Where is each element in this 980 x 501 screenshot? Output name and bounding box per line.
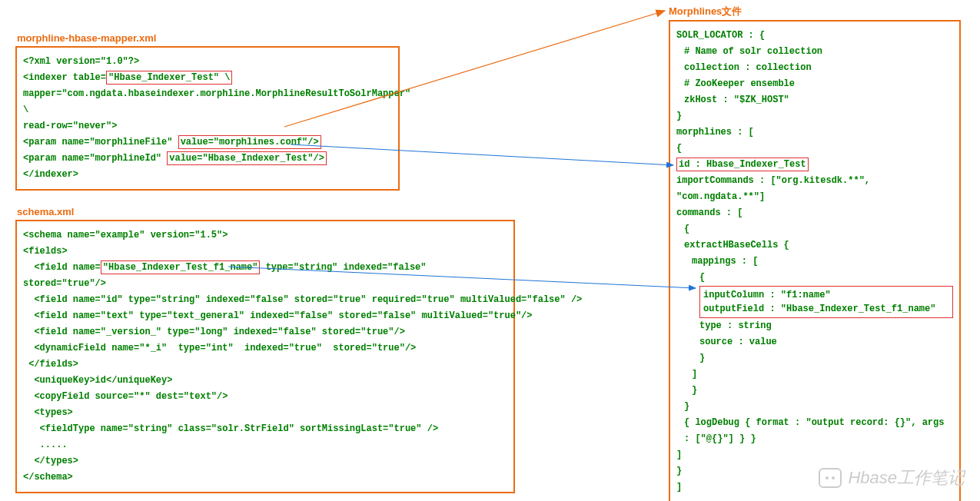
code-line: <field name="text" type="text_general" i… bbox=[23, 308, 507, 324]
code-line: mappings : [ bbox=[676, 254, 953, 270]
code-line: ] bbox=[676, 447, 953, 463]
mapper-file-hl: value="morphlines.conf"/> bbox=[178, 135, 321, 149]
code-line: <field name="_version_" type="long" inde… bbox=[23, 324, 507, 340]
mapper-table-hl: "Hbase_Indexer_Test" \ bbox=[106, 71, 232, 85]
code-line: morphlines : [ bbox=[676, 124, 953, 141]
code-text: <indexer table= bbox=[23, 72, 106, 83]
schema-box: <schema name="example" version="1.5"> <f… bbox=[15, 220, 515, 493]
schema-title: schema.xml bbox=[17, 206, 74, 217]
code-line: zkHost : "$ZK_HOST" bbox=[676, 92, 953, 108]
code-line: type : string bbox=[676, 318, 953, 334]
code-line: id : Hbase_Indexer_Test bbox=[676, 157, 953, 173]
code-line: <param name="morphlineFile" value="morph… bbox=[23, 134, 392, 151]
code-line: <uniqueKey>id</uniqueKey> bbox=[23, 373, 507, 389]
code-line: commands : [ bbox=[676, 205, 953, 221]
code-line: <schema name="example" version="1.5"> bbox=[23, 227, 507, 244]
code-line: } bbox=[676, 399, 953, 415]
code-line: <field name="id" type="string" indexed="… bbox=[23, 292, 507, 308]
code-line: } bbox=[676, 108, 953, 124]
wechat-icon bbox=[819, 468, 842, 488]
code-line: mapper="com.ngdata.hbaseindexer.morphlin… bbox=[23, 86, 392, 118]
morph-mapping-hl: inputColumn : "f1:name" outputField : "H… bbox=[699, 286, 953, 318]
code-line: <param name="morphlineId" value="Hbase_I… bbox=[23, 151, 392, 167]
code-line: </types> bbox=[23, 453, 507, 469]
code-line: inputColumn : "f1:name" outputField : "H… bbox=[676, 286, 953, 318]
mapper-title: morphline-hbase-mapper.xml bbox=[17, 32, 156, 44]
code-line: { logDebug { format : "output record: {}… bbox=[676, 415, 953, 447]
morph-id-hl: id : Hbase_Indexer_Test bbox=[676, 158, 809, 171]
code-line: </fields> bbox=[23, 357, 507, 373]
code-line: source : value bbox=[676, 334, 953, 350]
watermark-text: Hbase工作笔记 bbox=[848, 466, 965, 489]
code-line: collection : collection bbox=[676, 60, 953, 76]
morphlines-box: SOLR_LOCATOR : { # Name of solr collecti… bbox=[669, 20, 961, 501]
watermark: Hbase工作笔记 bbox=[819, 466, 965, 489]
code-line: { bbox=[676, 221, 953, 237]
code-line: importCommands : ["org.kitesdk.**", "com… bbox=[676, 173, 953, 205]
code-line: } bbox=[676, 383, 953, 399]
code-line: # Name of solr collection bbox=[676, 44, 953, 60]
code-line: </schema> bbox=[23, 469, 507, 486]
code-line: extractHBaseCells { bbox=[676, 237, 953, 254]
code-line: ..... bbox=[23, 437, 507, 453]
code-line: <?xml version="1.0"?> bbox=[23, 54, 392, 70]
code-line: <types> bbox=[23, 405, 507, 421]
code-line: <fields> bbox=[23, 244, 507, 260]
code-line: <indexer table="Hbase_Indexer_Test" \ bbox=[23, 70, 392, 86]
schema-field-hl: "Hbase_Indexer_Test_f1_name" bbox=[101, 260, 261, 274]
code-line: read-row="never"> bbox=[23, 118, 392, 134]
code-line: <fieldType name="string" class="solr.Str… bbox=[23, 421, 507, 437]
code-text: outputField : "Hbase_Indexer_Test_f1_nam… bbox=[703, 302, 949, 316]
code-text: <param name="morphlineId" bbox=[23, 153, 167, 164]
code-line: <dynamicField name="*_i" type="int" inde… bbox=[23, 340, 507, 357]
mapper-id-hl: value="Hbase_Indexer_Test"/> bbox=[167, 151, 327, 165]
code-line: <copyField source="*" dest="text"/> bbox=[23, 389, 507, 405]
code-line: # ZooKeeper ensemble bbox=[676, 76, 953, 92]
code-line: </indexer> bbox=[23, 167, 392, 183]
code-text: <field name= bbox=[23, 262, 101, 273]
code-text: inputColumn : "f1:name" bbox=[703, 288, 949, 302]
code-line: SOLR_LOCATOR : { bbox=[676, 28, 953, 44]
code-line: ] bbox=[676, 367, 953, 383]
code-text: <param name="morphlineFile" bbox=[23, 137, 178, 148]
code-line: { bbox=[676, 270, 953, 286]
mapper-box: <?xml version="1.0"?> <indexer table="Hb… bbox=[15, 46, 400, 191]
morphlines-title: Morphlines文件 bbox=[669, 5, 742, 18]
code-line: } bbox=[676, 350, 953, 367]
code-line: <field name="Hbase_Indexer_Test_f1_name"… bbox=[23, 260, 507, 292]
code-line: { bbox=[676, 141, 953, 157]
